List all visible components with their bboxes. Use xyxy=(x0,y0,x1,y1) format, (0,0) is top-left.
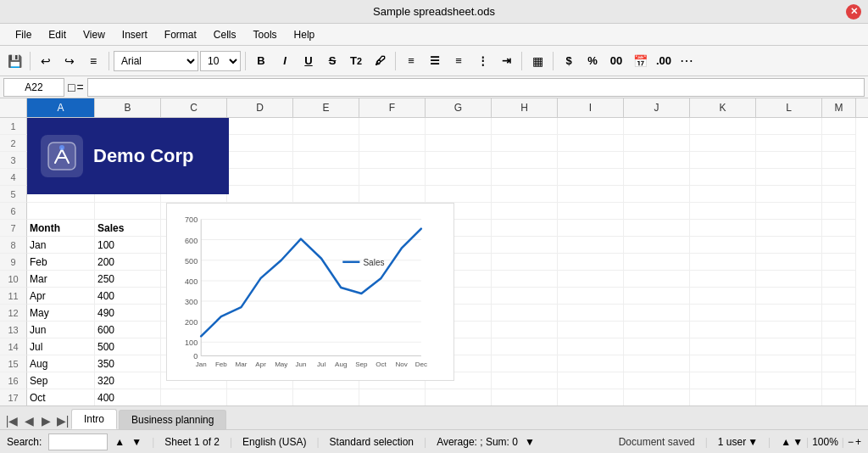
cell-a17[interactable]: Oct xyxy=(27,389,95,405)
font-select[interactable]: ArialTimes New RomanHelvetica xyxy=(114,51,198,71)
cell-j7[interactable] xyxy=(624,220,690,237)
cell-l12[interactable] xyxy=(756,305,822,322)
row-num-5[interactable]: 5 xyxy=(0,186,27,203)
cell-a15[interactable]: Aug xyxy=(27,355,95,372)
cell-e5[interactable] xyxy=(293,186,359,203)
sheet-nav-last[interactable]: ▶| xyxy=(54,412,71,429)
redo-button[interactable]: ↪ xyxy=(58,50,81,72)
row-num-8[interactable]: 8 xyxy=(0,237,27,254)
cell-k15[interactable] xyxy=(690,355,756,372)
undo-button[interactable]: ↩ xyxy=(35,50,57,72)
cell-i6[interactable] xyxy=(558,203,624,220)
cell-e4[interactable] xyxy=(293,169,359,186)
menu-cells[interactable]: Cells xyxy=(205,27,245,42)
cell-j14[interactable] xyxy=(624,338,690,355)
cell-m17[interactable] xyxy=(822,389,856,405)
row-num-1[interactable]: 1 xyxy=(0,118,27,135)
cell-b10[interactable]: 250 xyxy=(95,271,161,288)
cell-g1[interactable] xyxy=(426,118,492,135)
search-nav-down[interactable]: ▼ xyxy=(131,436,142,448)
cell-k4[interactable] xyxy=(690,169,756,186)
cell-m6[interactable] xyxy=(822,203,856,220)
cell-d1[interactable] xyxy=(227,118,293,135)
cell-c17[interactable] xyxy=(161,389,227,405)
sheet-nav-prev[interactable]: ◀ xyxy=(20,412,37,429)
cell-h17[interactable] xyxy=(492,389,558,405)
cell-i17[interactable] xyxy=(558,389,624,405)
cell-e3[interactable] xyxy=(293,152,359,169)
sheet-tab-intro[interactable]: Intro xyxy=(71,409,117,429)
cell-d4[interactable] xyxy=(227,169,293,186)
search-nav-up[interactable]: ▲ xyxy=(114,436,125,448)
number-format-button[interactable]: 00 xyxy=(605,50,627,72)
toolbar-more[interactable]: ⋯ xyxy=(676,53,697,69)
cell-h9[interactable] xyxy=(492,254,558,271)
cell-j16[interactable] xyxy=(624,372,690,389)
menu-file[interactable]: File xyxy=(7,27,40,42)
superscript-button[interactable]: T2 xyxy=(345,50,367,72)
cell-k3[interactable] xyxy=(690,152,756,169)
row-num-17[interactable]: 17 xyxy=(0,389,27,405)
cell-j10[interactable] xyxy=(624,271,690,288)
cell-m2[interactable] xyxy=(822,135,856,152)
cell-i12[interactable] xyxy=(558,305,624,322)
cell-h11[interactable] xyxy=(492,288,558,305)
cell-e2[interactable] xyxy=(293,135,359,152)
zoom-increase-icon[interactable]: + xyxy=(855,436,861,448)
cell-i1[interactable] xyxy=(558,118,624,135)
cell-a12[interactable]: May xyxy=(27,305,95,322)
cell-i10[interactable] xyxy=(558,271,624,288)
row-num-11[interactable]: 11 xyxy=(0,288,27,305)
cell-j3[interactable] xyxy=(624,152,690,169)
cell-k12[interactable] xyxy=(690,305,756,322)
cell-m10[interactable] xyxy=(822,271,856,288)
align-left-button[interactable]: ≡ xyxy=(400,50,422,72)
cell-h16[interactable] xyxy=(492,372,558,389)
cell-h15[interactable] xyxy=(492,355,558,372)
cell-j5[interactable] xyxy=(624,186,690,203)
cell-l11[interactable] xyxy=(756,288,822,305)
strikethrough-button[interactable]: S xyxy=(321,50,343,72)
align-center-button[interactable]: ☰ xyxy=(424,50,446,72)
close-button[interactable]: ✕ xyxy=(846,4,861,20)
cell-h3[interactable] xyxy=(492,152,558,169)
currency-button[interactable]: $ xyxy=(558,50,580,72)
cell-a13[interactable]: Jun xyxy=(27,322,95,338)
cell-h2[interactable] xyxy=(492,135,558,152)
sheet-nav-first[interactable]: |◀ xyxy=(3,412,20,429)
cell-m14[interactable] xyxy=(822,338,856,355)
cell-g4[interactable] xyxy=(426,169,492,186)
sheet-nav-next[interactable]: ▶ xyxy=(37,412,54,429)
cell-m4[interactable] xyxy=(822,169,856,186)
cell-h1[interactable] xyxy=(492,118,558,135)
cell-h13[interactable] xyxy=(492,322,558,338)
cell-m15[interactable] xyxy=(822,355,856,372)
cell-k8[interactable] xyxy=(690,237,756,254)
cell-i14[interactable] xyxy=(558,338,624,355)
cell-m12[interactable] xyxy=(822,305,856,322)
cell-l1[interactable] xyxy=(756,118,822,135)
cell-a11[interactable]: Apr xyxy=(27,288,95,305)
cell-l14[interactable] xyxy=(756,338,822,355)
cell-l8[interactable] xyxy=(756,237,822,254)
row-num-14[interactable]: 14 xyxy=(0,338,27,355)
cell-e1[interactable] xyxy=(293,118,359,135)
cell-i11[interactable] xyxy=(558,288,624,305)
col-header-c[interactable]: C xyxy=(161,98,227,117)
cell-m16[interactable] xyxy=(822,372,856,389)
cell-i3[interactable] xyxy=(558,152,624,169)
cell-b12[interactable]: 490 xyxy=(95,305,161,322)
cell-d3[interactable] xyxy=(227,152,293,169)
cell-k16[interactable] xyxy=(690,372,756,389)
cell-b7[interactable]: Sales xyxy=(95,220,161,237)
cell-b11[interactable]: 400 xyxy=(95,288,161,305)
row-num-9[interactable]: 9 xyxy=(0,254,27,271)
cell-j8[interactable] xyxy=(624,237,690,254)
cell-b8[interactable]: 100 xyxy=(95,237,161,254)
row-num-3[interactable]: 3 xyxy=(0,152,27,169)
cell-a14[interactable]: Jul xyxy=(27,338,95,355)
cell-g2[interactable] xyxy=(426,135,492,152)
align-right-button[interactable]: ≡ xyxy=(448,50,470,72)
cell-h14[interactable] xyxy=(492,338,558,355)
cell-a6[interactable] xyxy=(27,203,95,220)
